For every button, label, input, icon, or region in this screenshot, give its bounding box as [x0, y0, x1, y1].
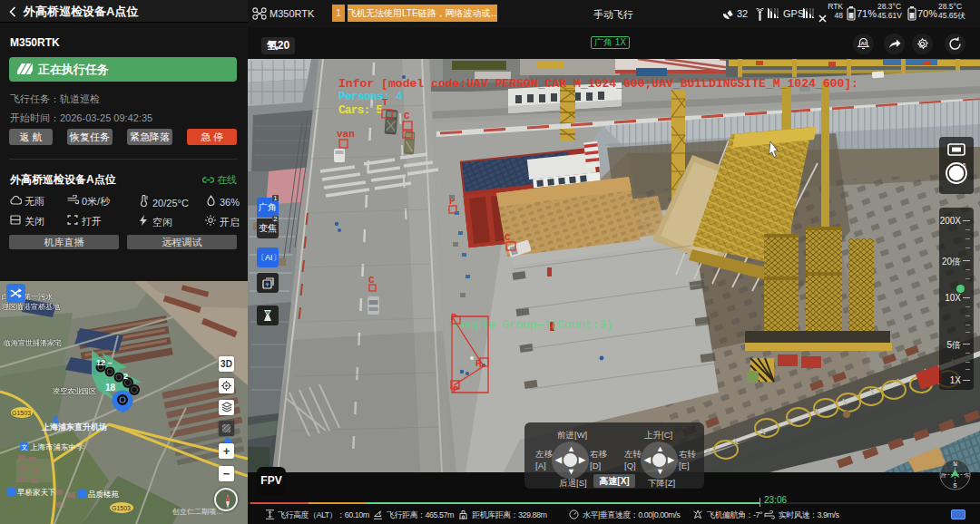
svg-text:S: S	[953, 482, 957, 489]
svg-text:C: C	[368, 275, 375, 286]
svg-text:理区临港宣桥基地: 理区临港宣桥基地	[2, 303, 60, 311]
svg-text:Infor [model code:UAV_PERSON_C: Infor [model code:UAV_PERSON_CAR_M_1024_…	[338, 77, 858, 91]
svg-text:Persons: 4: Persons: 4	[338, 90, 403, 103]
svg-text:临海宣世捕潘家宅: 临海宣世捕潘家宅	[4, 339, 62, 347]
svg-text:文: 文	[22, 443, 28, 451]
svg-text:T: T	[382, 97, 388, 108]
svg-text:People Group—1(Count:3): People Group—1(Count:3)	[454, 318, 613, 332]
svg-text:Cars: 5: Cars: 5	[338, 103, 383, 117]
svg-text:C: C	[505, 232, 511, 243]
svg-text:C: C	[404, 111, 410, 121]
svg-text:凌空农业园区: 凌空农业园区	[53, 387, 96, 395]
svg-text:18: 18	[105, 383, 116, 393]
svg-text:G1503: G1503	[112, 505, 131, 511]
svg-text:5: 5	[963, 162, 966, 168]
svg-text:P: P	[453, 384, 459, 395]
svg-text:N: N	[953, 461, 957, 467]
svg-text:西: 西	[941, 472, 946, 479]
svg-text:AI: AI	[861, 41, 867, 46]
svg-text:东: 东	[964, 472, 970, 478]
svg-text:上海市浦东中学: 上海市浦东中学	[30, 442, 84, 451]
svg-text:上海浦东直升机场: 上海浦东直升机场	[41, 422, 107, 432]
svg-text:早桥家天下: 早桥家天下	[17, 488, 56, 497]
svg-text:van: van	[337, 129, 355, 140]
svg-text:品质楼苑: 品质楼苑	[88, 490, 120, 499]
svg-text:12 –: 12 –	[96, 358, 113, 367]
svg-text:2: 2	[123, 372, 128, 381]
svg-text:G1503: G1503	[12, 410, 31, 416]
